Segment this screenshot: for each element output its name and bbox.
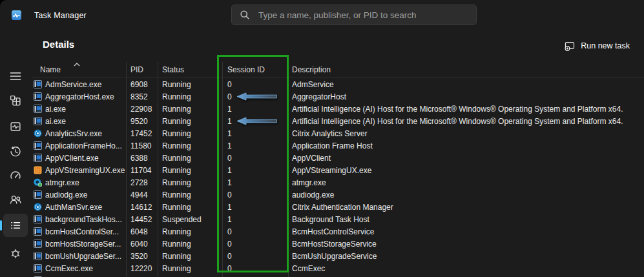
process-icon	[34, 92, 42, 101]
table-row[interactable]: ai.exe 9520 Running 1 Artificial Intelli…	[31, 115, 644, 127]
process-icon	[34, 105, 42, 113]
task-manager-logo-icon	[12, 10, 21, 20]
process-description: Citrix Authentication Manager	[289, 201, 644, 213]
selected-item-accent	[0, 220, 2, 231]
annotation-arrow-icon	[236, 92, 278, 101]
process-pid	[127, 274, 158, 277]
sidebar-item-app-history[interactable]	[3, 141, 28, 163]
page-title: Details	[43, 39, 74, 50]
process-description: Application Frame Host	[289, 139, 644, 152]
process-pid: 9520	[127, 115, 158, 127]
process-description: Artificial Intelligence (AI) Host for th…	[289, 103, 644, 115]
startup-apps-icon	[8, 169, 23, 183]
services-icon	[8, 247, 23, 261]
table-row[interactable]: backgroundTaskHos... 14452 Suspended 1 B…	[31, 213, 644, 225]
process-status: Running	[158, 189, 223, 201]
process-pid: 6040	[127, 238, 158, 250]
process-status: Running	[158, 103, 223, 115]
table-row[interactable]: bcmUshUpgradeSer... 3520 Running 0 BcmUs…	[31, 250, 644, 262]
column-header-status[interactable]: Status	[158, 62, 223, 77]
process-session-id: 0	[227, 92, 232, 101]
process-icon	[34, 129, 42, 138]
process-name: ai.exe	[45, 105, 66, 114]
process-name: atmgr.exe	[45, 178, 79, 187]
details-icon	[8, 218, 23, 232]
column-header-pid[interactable]: PID	[127, 62, 158, 77]
search-icon	[240, 10, 250, 20]
process-name: AggregatorHost.exe	[45, 92, 114, 101]
process-pid: 11580	[127, 139, 158, 152]
column-header-description[interactable]: Description	[289, 62, 644, 77]
process-session-id: 0	[227, 80, 232, 89]
process-description: AggregatorHost	[289, 90, 644, 103]
table-row[interactable]: atmgr.exe 2728 Running 1 atmgr.exe	[31, 176, 644, 189]
sidebar-item-users[interactable]	[3, 189, 28, 210]
process-pid: 6908	[127, 78, 158, 90]
process-pid: 2728	[127, 176, 158, 189]
titlebar: Task Manager	[0, 0, 644, 31]
process-name: AppVClient.exe	[45, 154, 99, 163]
table-row[interactable]: bcmHostControlSer... 6048 Running 0 BcmH…	[31, 225, 644, 238]
process-pid: 17452	[127, 127, 158, 139]
process-pid: 4944	[127, 189, 158, 201]
process-icon	[34, 190, 42, 199]
table-row[interactable]: AppVStreamingUX.exe 11704 Running 1 AppV…	[31, 164, 644, 176]
annotation-arrow-icon	[236, 117, 278, 125]
process-description	[289, 274, 644, 277]
performance-icon	[8, 119, 23, 134]
process-name: AuthManSvr.exe	[45, 203, 102, 212]
sidebar-item-details[interactable]	[3, 214, 28, 237]
table-row[interactable]: CcmExec.exe 12220 Running 0 CcmExec	[31, 262, 644, 274]
process-description: AppVClient	[289, 152, 644, 164]
process-status: Running	[158, 176, 223, 189]
sidebar-item-startup-apps[interactable]	[3, 165, 28, 187]
sidebar-item-processes[interactable]	[3, 90, 28, 112]
column-header-session-id[interactable]: Session ID	[223, 62, 289, 77]
table-row[interactable]: AuthManSvr.exe 14612 Running 1 Citrix Au…	[31, 201, 644, 213]
table-row[interactable]: ApplicationFrameHo... 11580 Running 1 Ap…	[31, 139, 644, 152]
process-status: Running	[158, 139, 223, 152]
run-new-task-button[interactable]: Run new task	[558, 37, 636, 55]
processes-icon	[8, 94, 23, 108]
process-session-id: 0	[227, 240, 232, 249]
table-row[interactable]: AdmService.exe 6908 Running 0 AdmService	[31, 78, 644, 90]
table-row[interactable]: audiodg.exe 4944 Running 0 audiodg.exe	[31, 189, 644, 201]
process-name: AppVStreamingUX.exe	[45, 166, 125, 175]
process-status: Running	[158, 164, 223, 176]
table-row[interactable]: AppVClient.exe 6388 Running 0 AppVClient	[31, 152, 644, 164]
table-row[interactable]: bcmHostStorageSer... 6040 Running 0 BcmH…	[31, 238, 644, 250]
process-status: Suspended	[158, 213, 223, 225]
process-status: Running	[158, 127, 223, 139]
process-pid: 14452	[127, 213, 158, 225]
table-row[interactable]	[31, 274, 644, 277]
process-icon	[34, 215, 42, 223]
table-row[interactable]: ai.exe 22908 Running 1 Artificial Intell…	[31, 103, 644, 115]
details-table: Name PID Status Session ID Description A…	[31, 62, 644, 277]
process-session-id: 0	[227, 227, 232, 236]
table-header: Name PID Status Session ID Description	[31, 62, 644, 78]
process-status: Running	[158, 201, 223, 213]
app-history-icon	[8, 145, 23, 159]
process-name: audiodg.exe	[45, 190, 87, 200]
process-description: BcmHostStorageService	[289, 238, 644, 250]
process-session-id: 1	[227, 129, 232, 138]
process-status: Running	[158, 250, 223, 262]
sidebar-item-performance[interactable]	[3, 116, 28, 138]
table-row[interactable]: AggregatorHost.exe 8352 Running 0 Aggreg…	[31, 90, 644, 103]
process-name: backgroundTaskHos...	[45, 215, 122, 224]
run-new-task-label: Run new task	[581, 41, 630, 50]
process-status: Running	[158, 78, 223, 90]
process-icon	[34, 117, 42, 125]
search-input[interactable]	[257, 10, 468, 21]
sidebar-item-services[interactable]	[3, 243, 28, 265]
process-session-id: 0	[227, 264, 232, 273]
sidebar-item-menu[interactable]	[3, 65, 28, 87]
process-pid: 6048	[127, 225, 158, 238]
table-row[interactable]: AnalyticsSrv.exe 17452 Running 1 Citrix …	[31, 127, 644, 139]
process-status: Running	[158, 262, 223, 274]
process-icon	[34, 264, 42, 272]
process-name: CcmExec.exe	[45, 264, 93, 273]
process-session-id: 1	[227, 141, 232, 150]
search-box[interactable]	[231, 5, 477, 25]
process-status: Running	[158, 225, 223, 238]
